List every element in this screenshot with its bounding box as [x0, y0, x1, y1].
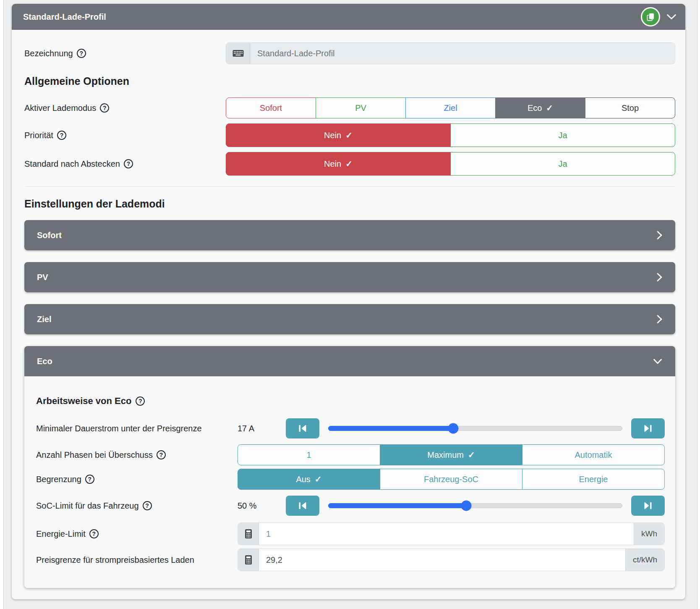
limit-mode-label-text: Begrenzung: [36, 475, 81, 484]
priority-label: Priorität ?: [24, 131, 226, 140]
bezeichnung-label-text: Bezeichnung: [24, 49, 73, 58]
help-icon[interactable]: ?: [143, 501, 152, 510]
energy-limit-input-group: kWh: [238, 522, 665, 545]
slider-thumb[interactable]: [448, 423, 458, 434]
default-after-unplug-label: Standard nach Abstecken ?: [24, 159, 226, 169]
collapse-profile-chevron-down-icon[interactable]: [666, 13, 677, 20]
soc-limit-slider[interactable]: [328, 500, 622, 511]
phases-row: Anzahl Phasen bei Überschuss ? 1 Maximum…: [36, 444, 665, 465]
general-options-heading: Allgemeine Optionen: [24, 75, 675, 87]
phases-label-text: Anzahl Phasen bei Überschuss: [36, 450, 153, 460]
check-icon: ✓: [345, 130, 353, 140]
help-icon[interactable]: ?: [136, 396, 145, 406]
chevron-right-icon: [656, 230, 663, 240]
panel-sofort[interactable]: Sofort: [24, 220, 675, 250]
skip-end-icon: [643, 424, 653, 433]
soc-limit-skip-end-button[interactable]: [631, 496, 665, 516]
mode-settings-heading: Einstellungen der Lademodi: [24, 198, 675, 210]
limit-mode-button-group: Aus✓ Fahrzeug-SoC Energie: [238, 469, 665, 490]
priority-label-text: Priorität: [24, 131, 53, 140]
panel-eco-title: Eco: [37, 357, 52, 366]
price-limit-unit: ct/kWh: [625, 549, 664, 571]
priority-option-ja[interactable]: Ja: [450, 123, 675, 147]
min-current-skip-start-button[interactable]: [286, 418, 319, 438]
chevron-right-icon: [656, 314, 663, 324]
option-label: Automatik: [575, 450, 612, 460]
help-icon[interactable]: ?: [85, 475, 94, 484]
bezeichnung-label: Bezeichnung ?: [24, 49, 226, 58]
priority-button-group: Nein✓ Ja: [226, 123, 675, 147]
help-icon[interactable]: ?: [124, 159, 133, 168]
panel-sofort-title: Sofort: [37, 231, 62, 240]
soc-limit-skip-start-button[interactable]: [286, 496, 319, 516]
energy-limit-unit: kWh: [634, 523, 664, 545]
phases-option-automatik[interactable]: Automatik: [522, 444, 665, 465]
section-divider: [24, 186, 675, 187]
profile-card-header[interactable]: Standard-Lade-Profil: [12, 4, 685, 30]
profile-card-body: Bezeichnung ?: [12, 30, 685, 599]
price-limit-label-text: Preisgrenze für strompreisbasiertes Lade…: [36, 555, 194, 565]
panel-ziel[interactable]: Ziel: [24, 304, 675, 334]
phases-option-maximum-selected[interactable]: Maximum✓: [380, 444, 522, 465]
help-icon[interactable]: ?: [57, 131, 66, 140]
help-icon[interactable]: ?: [89, 529, 99, 538]
bezeichnung-input[interactable]: [250, 43, 675, 64]
panel-eco-body: Arbeitsweise von Eco ? Minimaler Dauerst…: [24, 376, 675, 588]
slider-fill: [328, 503, 466, 508]
help-icon[interactable]: ?: [77, 49, 86, 58]
energy-limit-input[interactable]: [259, 523, 634, 545]
chevron-right-icon: [656, 272, 663, 282]
slider-thumb[interactable]: [461, 501, 472, 511]
price-limit-label: Preisgrenze für strompreisbasiertes Lade…: [36, 555, 238, 565]
default-option-ja[interactable]: Ja: [450, 152, 675, 176]
check-icon: ✓: [468, 450, 475, 460]
accordion-shell: Standard-Lade-Profil Bezeichnung ?: [3, 0, 697, 609]
option-label: Nein: [324, 159, 341, 169]
help-icon[interactable]: ?: [157, 450, 166, 459]
default-after-unplug-label-text: Standard nach Abstecken: [24, 159, 120, 169]
min-current-row: Minimaler Dauerstrom unter der Preisgren…: [36, 418, 665, 438]
price-limit-input-group: ct/kWh: [238, 549, 665, 571]
min-current-label-text: Minimaler Dauerstrom unter der Preisgren…: [36, 424, 202, 433]
mode-option-label: Ziel: [444, 103, 457, 113]
default-after-unplug-row: Standard nach Abstecken ? Nein✓ Ja: [24, 152, 675, 176]
mode-option-sofort[interactable]: Sofort: [226, 97, 316, 118]
mode-option-stop[interactable]: Stop: [585, 97, 675, 118]
soc-limit-value: 50 %: [238, 501, 286, 511]
price-limit-row: Preisgrenze für strompreisbasiertes Lade…: [36, 549, 665, 571]
limit-option-fahrzeug-soc[interactable]: Fahrzeug-SoC: [380, 469, 522, 490]
panel-eco-expanded: Eco Arbeitsweise von Eco ? Minimaler Dau…: [24, 346, 675, 588]
eco-heading: Arbeitsweise von Eco ?: [36, 396, 665, 407]
phases-label: Anzahl Phasen bei Überschuss ?: [36, 450, 238, 460]
panel-eco-header[interactable]: Eco: [24, 346, 675, 376]
option-label: Fahrzeug-SoC: [424, 475, 478, 484]
chevron-down-icon: [653, 358, 663, 365]
limit-option-aus-selected[interactable]: Aus✓: [238, 469, 380, 490]
min-current-slider[interactable]: [328, 423, 622, 434]
default-after-unplug-button-group: Nein✓ Ja: [226, 152, 675, 176]
mode-option-eco-selected[interactable]: Eco✓: [495, 97, 585, 118]
help-icon[interactable]: ?: [100, 103, 109, 113]
mode-option-label: PV: [355, 103, 366, 113]
price-limit-input[interactable]: [259, 549, 625, 571]
mode-option-pv[interactable]: PV: [316, 97, 406, 118]
min-current-value: 17 A: [238, 424, 286, 433]
option-label: Maximum: [427, 450, 464, 460]
limit-option-energie[interactable]: Energie: [522, 469, 665, 490]
min-current-label: Minimaler Dauerstrom unter der Preisgren…: [36, 424, 238, 433]
phases-option-1[interactable]: 1: [238, 444, 380, 465]
duplicate-profile-button[interactable]: [641, 7, 660, 26]
skip-end-icon: [643, 501, 653, 510]
check-icon: ✓: [315, 474, 322, 484]
default-option-nein-selected[interactable]: Nein✓: [226, 152, 451, 176]
min-current-skip-end-button[interactable]: [631, 418, 665, 438]
panel-pv-title: PV: [37, 273, 48, 282]
panel-pv[interactable]: PV: [24, 262, 675, 292]
priority-option-nein-selected[interactable]: Nein✓: [226, 123, 451, 147]
energy-limit-label-text: Energie-Limit: [36, 529, 86, 539]
charge-mode-row: Aktiver Lademodus ? Sofort PV Ziel Eco✓ …: [24, 97, 675, 118]
eco-heading-text: Arbeitsweise von Eco: [36, 396, 131, 407]
mode-option-ziel[interactable]: Ziel: [405, 97, 496, 118]
soc-limit-row: SoC-Limit für das Fahrzeug ? 50 %: [36, 496, 665, 516]
option-label: Ja: [558, 131, 567, 140]
